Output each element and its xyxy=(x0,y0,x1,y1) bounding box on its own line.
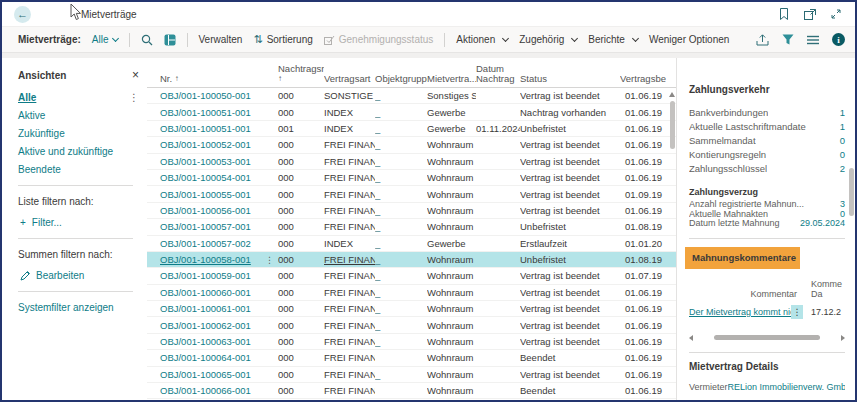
factbox-value-link[interactable]: 0 xyxy=(840,135,845,146)
cell-objektgruppe[interactable]: _ xyxy=(375,336,427,347)
sidebar-view-item[interactable]: Beendete ⋮ xyxy=(18,164,139,175)
contract-number-link[interactable]: OBJ/001-100066-001 xyxy=(160,385,251,396)
factbox-value-link[interactable]: 29.05.2024 xyxy=(800,218,845,228)
table-row[interactable]: OBJ/001-100059-001⋮ 000 FREI FINANZI... … xyxy=(147,268,676,284)
column-header-kommentar[interactable]: Kommentar xyxy=(705,289,797,299)
scroll-up-icon[interactable] xyxy=(669,92,675,97)
table-row[interactable]: OBJ/001-100052-001⋮ 000 FREI FINANZI... … xyxy=(147,137,676,153)
factbox-value-link[interactable]: 0 xyxy=(840,209,845,219)
collapse-expand-icon[interactable] xyxy=(831,9,841,19)
column-header-vertragsbeginn[interactable]: Vertragsbe... xyxy=(620,73,666,84)
contract-number-link[interactable]: OBJ/001-100064-001 xyxy=(160,352,251,363)
factbox-value-link[interactable]: 1 xyxy=(840,121,845,132)
comments-hscrollbar[interactable] xyxy=(689,334,845,342)
cell-objektgruppe[interactable]: _ xyxy=(375,172,427,183)
sortierung-button[interactable]: ⇅Sortierung xyxy=(253,33,312,46)
table-row[interactable]: OBJ/001-100057-001⋮ 000 FREI FINANZI... … xyxy=(147,219,676,235)
search-icon[interactable] xyxy=(141,34,153,46)
column-header-nachtragsnr[interactable]: Nachtragsnr.↑ xyxy=(278,64,324,84)
cell-objektgruppe[interactable]: _ xyxy=(375,287,427,298)
table-row[interactable]: OBJ/001-100061-001⋮ 000 FREI FINANZI... … xyxy=(147,301,676,317)
row-options-icon[interactable]: ⋮ xyxy=(265,255,274,265)
table-row[interactable]: OBJ/001-100058-001⋮ 000 FREI FINANZI... … xyxy=(147,252,676,268)
contract-number-link[interactable]: OBJ/001-100061-001 xyxy=(160,303,251,314)
table-row[interactable]: OBJ/001-100065-001⋮ 000 FREI FINANZI... … xyxy=(147,367,676,383)
contract-number-link[interactable]: OBJ/001-100059-001 xyxy=(160,270,251,281)
table-row[interactable]: OBJ/001-100051-001⋮ 000 INDEX _ Gewerbe … xyxy=(147,104,676,120)
comment-row[interactable]: Der Mietvertrag kommt nicht z... ⋮ 17.12… xyxy=(689,305,845,320)
scroll-right-icon[interactable] xyxy=(841,335,845,341)
table-row[interactable]: OBJ/001-100054-001⋮ 000 FREI FINANZI... … xyxy=(147,170,676,186)
table-row[interactable]: OBJ/001-100064-001⋮ 000 FREI FINANZI... … xyxy=(147,350,676,366)
scroll-left-icon[interactable] xyxy=(689,335,693,341)
cell-objektgruppe[interactable]: _ xyxy=(375,254,427,265)
cell-objektgruppe[interactable]: _ xyxy=(375,123,427,134)
weniger-optionen-button[interactable]: Weniger Optionen xyxy=(649,34,729,45)
contract-number-link[interactable]: OBJ/001-100065-001 xyxy=(160,369,251,380)
table-row[interactable]: OBJ/001-100053-001⋮ 000 FREI FINANZI... … xyxy=(147,154,676,170)
table-row[interactable]: OBJ/001-100057-002⋮ 000 INDEX _ Gewerbe … xyxy=(147,236,676,252)
contract-number-link[interactable]: OBJ/001-100057-002 xyxy=(160,238,251,249)
bookmark-icon[interactable] xyxy=(779,8,789,20)
zugehoerig-menu[interactable]: Zugehörig xyxy=(519,34,577,45)
cell-objektgruppe[interactable]: _ xyxy=(375,221,427,232)
table-row[interactable]: OBJ/001-100050-001⋮ 000 SONSTIGE _ Sonst… xyxy=(147,88,676,104)
open-in-new-window-icon[interactable] xyxy=(804,9,816,20)
view-selector[interactable]: Alle xyxy=(92,34,118,45)
show-system-filter-link[interactable]: Systemfilter anzeigen xyxy=(18,302,139,313)
contract-number-link[interactable]: OBJ/001-100060-001 xyxy=(160,287,251,298)
sidebar-view-item[interactable]: Zukünftige ⋮ xyxy=(18,128,139,139)
table-row[interactable]: OBJ/001-100060-001⋮ 000 FREI FINANZI... … xyxy=(147,285,676,301)
table-row[interactable]: OBJ/001-100063-001⋮ 000 FREI FINANZI... … xyxy=(147,334,676,350)
sidebar-view-link[interactable]: Aktive und zukünftige xyxy=(18,146,113,157)
sidebar-view-item[interactable]: Alle ⋮ xyxy=(18,92,139,103)
contract-number-link[interactable]: OBJ/001-100051-001 xyxy=(160,107,251,118)
column-header-nr[interactable]: Nr. ↑ xyxy=(147,73,278,84)
close-icon[interactable]: × xyxy=(132,68,139,82)
table-row[interactable]: OBJ/001-100055-001⋮ 000 FREI FINANZI... … xyxy=(147,186,676,202)
factbox-value-link[interactable]: 2 xyxy=(840,163,845,174)
back-button[interactable]: ← xyxy=(14,6,31,23)
info-icon[interactable]: i xyxy=(832,33,845,46)
cell-objektgruppe[interactable]: _ xyxy=(375,303,427,314)
column-header-datum-nachtrag[interactable]: DatumNachtrag xyxy=(476,64,520,84)
detail-value-link[interactable]: RELion Immobilienverw. GmbH xyxy=(728,382,845,392)
mahnungskommentare-header[interactable]: Mahnungskommentare xyxy=(685,247,800,269)
share-icon[interactable] xyxy=(756,34,769,46)
sidebar-view-link[interactable]: Aktive xyxy=(18,110,45,121)
sidebar-view-link[interactable]: Beendete xyxy=(18,164,61,175)
sidebar-view-item[interactable]: Aktive ⋮ xyxy=(18,110,139,121)
cell-objektgruppe[interactable]: _ xyxy=(375,189,427,200)
table-row[interactable]: OBJ/001-100066-001⋮ 000 FREI FINANZI... … xyxy=(147,383,676,399)
contract-number-link[interactable]: OBJ/001-100053-001 xyxy=(160,156,251,167)
view-options-icon[interactable]: ⋮ xyxy=(129,92,139,103)
genehmigungsstatus-button[interactable]: Genehmigungsstatus xyxy=(324,34,434,45)
cell-objektgruppe[interactable]: _ xyxy=(375,369,427,380)
factbox-value-link[interactable]: 0 xyxy=(840,149,845,160)
cell-objektgruppe[interactable]: _ xyxy=(375,156,427,167)
sidebar-view-item[interactable]: Aktive und zukünftige ⋮ xyxy=(18,146,139,157)
contract-number-link[interactable]: OBJ/001-100056-001 xyxy=(160,205,251,216)
column-header-kommentar-datum[interactable]: KommeDa xyxy=(797,279,845,299)
verwalten-menu[interactable]: Verwalten xyxy=(199,34,243,45)
cell-objektgruppe[interactable]: _ xyxy=(375,205,427,216)
sidebar-view-link[interactable]: Zukünftige xyxy=(18,128,65,139)
add-filter-button[interactable]: +Filter... xyxy=(20,217,139,228)
sidebar-view-link[interactable]: Alle xyxy=(18,92,36,103)
factbox-value-link[interactable]: 1 xyxy=(840,107,845,118)
contract-number-link[interactable]: OBJ/001-100057-001 xyxy=(160,221,251,232)
cell-objektgruppe[interactable]: _ xyxy=(375,320,427,331)
column-header-vertragsart[interactable]: Vertragsart xyxy=(324,73,375,84)
table-row[interactable]: OBJ/001-100062-001⋮ 000 FREI FINANZI... … xyxy=(147,317,676,333)
contract-number-link[interactable]: OBJ/001-100055-001 xyxy=(160,189,251,200)
aktionen-menu[interactable]: Aktionen xyxy=(456,34,508,45)
comment-options-icon[interactable]: ⋮ xyxy=(791,305,803,319)
cell-objektgruppe[interactable]: _ xyxy=(375,139,427,150)
column-header-mietvertragsart[interactable]: Mietvertra... xyxy=(427,73,476,84)
cell-objektgruppe[interactable]: _ xyxy=(375,238,427,249)
cell-objektgruppe[interactable]: _ xyxy=(375,270,427,281)
cell-objektgruppe[interactable]: _ xyxy=(375,90,427,101)
contract-number-link[interactable]: OBJ/001-100054-001 xyxy=(160,172,251,183)
berichte-menu[interactable]: Berichte xyxy=(588,34,638,45)
list-view-icon[interactable] xyxy=(807,35,819,45)
